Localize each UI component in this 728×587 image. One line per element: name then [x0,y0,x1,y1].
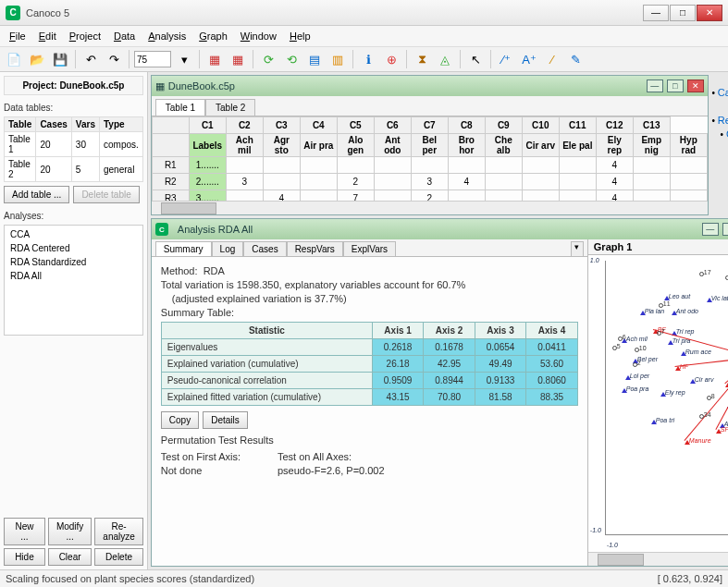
mdi-max-icon[interactable]: □ [722,223,728,236]
modify-button[interactable]: Modify ... [48,518,92,545]
data-cell[interactable] [670,174,707,190]
tab-table2[interactable]: Table 2 [205,99,255,116]
label-cell[interactable]: Hyp rad [670,134,707,157]
add-table-button[interactable]: Add table ... [4,186,69,203]
label-cell[interactable]: Ach mil [226,134,263,157]
data-cell[interactable] [374,157,411,174]
undo-icon[interactable]: ↶ [80,49,101,69]
analysis-item[interactable]: RDA All [6,269,141,283]
brush-icon[interactable]: ∕ [542,49,562,69]
menu-edit[interactable]: Edit [33,29,62,43]
data-cell[interactable] [522,190,559,202]
label-cell[interactable]: Bel per [411,134,448,157]
hide-button[interactable]: Hide [4,548,45,566]
analysis-item[interactable]: RDA Centered [6,241,141,255]
col-header[interactable]: C3 [263,117,300,134]
data-cell[interactable] [337,157,374,174]
data-cell[interactable]: 3....... [189,190,226,202]
row-header[interactable]: R1 [152,157,189,174]
workbook-titlebar[interactable]: ▦ DuneBook.c5p — □ ✕ [152,76,708,96]
row-header[interactable]: R2 [152,174,189,190]
data-cell[interactable] [522,174,559,190]
analysis-titlebar[interactable]: C Analysis RDA All — □ ✕ [152,219,728,239]
data-cell[interactable] [633,190,670,202]
col-header[interactable]: C12 [596,117,633,134]
data-cell[interactable] [522,157,559,174]
close-button[interactable]: ✕ [697,5,722,21]
col-header[interactable]: C8 [448,117,485,134]
col-header[interactable]: C1 [189,117,226,134]
label-cell[interactable]: Ely rep [596,134,633,157]
menu-analysis[interactable]: Analysis [142,29,191,43]
col-header[interactable]: C7 [411,117,448,134]
col-header[interactable]: C5 [337,117,374,134]
menu-window[interactable]: Window [235,29,282,43]
label-cell[interactable]: Che alb [485,134,522,157]
tab-table1[interactable]: Table 1 [155,99,205,116]
data-cell[interactable]: 2 [411,190,448,202]
rotate-icon[interactable]: ⟲ [281,49,302,69]
tab-cases[interactable]: Cases [243,241,286,256]
new-button[interactable]: New ... [4,518,45,545]
maximize-button[interactable]: □ [670,5,696,21]
mdi-min-icon[interactable]: — [702,223,719,236]
link-resource[interactable]: Resource [718,115,728,126]
link-canoco5[interactable]: Canoco 5 [718,87,728,98]
zoom-input[interactable] [134,51,171,67]
open-icon[interactable]: 📂 [27,49,47,69]
data-cell[interactable] [485,190,522,202]
label-cell[interactable]: Cir arv [522,134,559,157]
data-cell[interactable]: 2 [337,174,374,190]
label-cell[interactable]: Emp nig [633,134,670,157]
pen-icon[interactable]: ✎ [565,49,586,69]
data-cell[interactable] [263,174,300,190]
data-cell[interactable] [300,157,337,174]
data-cell[interactable]: 4 [596,190,633,202]
label-cell[interactable]: Alo gen [337,134,374,157]
data-cell[interactable] [263,157,300,174]
mdi-close-icon[interactable]: ✕ [687,79,704,92]
data-cell[interactable] [448,190,485,202]
data-cell[interactable] [633,157,670,174]
save-icon[interactable]: 💾 [50,49,70,69]
new-icon[interactable]: 📄 [4,49,24,69]
data-cell[interactable] [374,174,411,190]
data-cell[interactable] [485,174,522,190]
details-button[interactable]: Details [203,411,248,429]
data-cell[interactable] [670,190,707,202]
copy-button[interactable]: Copy [161,411,199,429]
label-cell[interactable]: Air pra [300,134,337,157]
data-cell[interactable] [411,157,448,174]
data-cell[interactable]: 2....... [189,174,226,190]
col-header[interactable]: C10 [522,117,559,134]
tab-explvars[interactable]: ExplVars [343,241,396,256]
data-cell[interactable] [300,190,337,202]
data-cell[interactable]: 7 [337,190,374,202]
data-cell[interactable] [226,190,263,202]
col-header[interactable]: C4 [300,117,337,134]
tab-summary[interactable]: Summary [155,241,212,256]
label-cell[interactable]: Agr sto [263,134,300,157]
data-cell[interactable]: 4 [596,174,633,190]
tab-log[interactable]: Log [212,241,244,256]
data-cell[interactable] [559,190,596,202]
col-header[interactable]: C6 [374,117,411,134]
data-cell[interactable] [670,157,707,174]
menu-data[interactable]: Data [108,29,141,43]
label-cell[interactable]: Labels [189,134,226,157]
menu-help[interactable]: Help [284,29,316,43]
label-cell[interactable]: Ele pal [559,134,596,157]
table-row[interactable]: Table 2 20 5 general [5,157,143,182]
data-cell[interactable] [448,157,485,174]
help-icon[interactable]: ⊕ [381,49,401,69]
graph-hscroll[interactable] [588,552,728,566]
analysis-item[interactable]: RDA Standardized [6,255,141,269]
data-cell[interactable] [226,157,263,174]
zoom-dropdown-icon[interactable]: ▾ [174,49,194,69]
data-cell[interactable] [559,174,596,190]
col-header[interactable]: C11 [559,117,596,134]
data-cell[interactable] [559,157,596,174]
data-grid[interactable]: C1C2C3C4C5C6C7C8C9C10C11C12C13LabelsAch … [152,116,708,201]
label-cell[interactable]: Ant odo [374,134,411,157]
data-cell[interactable]: 1....... [189,157,226,174]
